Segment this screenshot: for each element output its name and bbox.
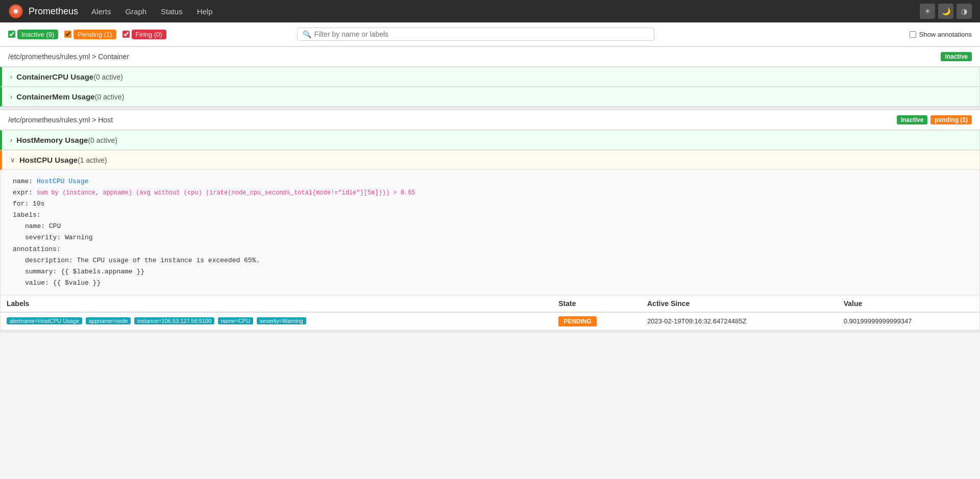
detail-annotations-key: annotations: — [13, 245, 61, 253]
brand: Prometheus — [8, 4, 78, 19]
host-cpu-title: HostCPU Usage — [19, 156, 78, 164]
container-mem-rule[interactable]: › ContainerMem Usage (0 active) — [0, 87, 980, 107]
theme-dark-btn[interactable]: 🌙 — [938, 4, 953, 19]
detail-label-name: name: CPU — [25, 222, 61, 230]
container-cpu-count: (0 active) — [93, 73, 123, 81]
pending-filter[interactable]: Pending (1) — [64, 30, 116, 39]
container-cpu-chevron: › — [10, 73, 12, 81]
search-input[interactable] — [314, 30, 649, 38]
filter-bar: Inactive (9) Pending (1) Firing (0) 🔍 Sh… — [0, 22, 980, 46]
container-group-path: /etc/prometheus/rules.yml > Container — [8, 53, 129, 61]
row-labels-cell: alertname=HostCPU Usage appname=node ins… — [1, 312, 553, 330]
alert-table-header-row: Labels State Active Since Value — [1, 295, 980, 312]
col-state: State — [552, 295, 641, 312]
detail-label-name-row: name: CPU — [13, 221, 967, 232]
inactive-filter[interactable]: Inactive (9) — [8, 30, 58, 39]
host-cpu-chevron: ∨ — [10, 156, 15, 164]
host-status-pending: pending (1) — [930, 115, 972, 124]
detail-annotation-value-row: value: {{ $value }} — [13, 278, 967, 289]
navbar: Prometheus Alerts Graph Status Help ☀ 🌙 … — [0, 0, 980, 22]
table-row: alertname=HostCPU Usage appname=node ins… — [1, 312, 980, 330]
host-cpu-count: (1 active) — [78, 156, 107, 164]
show-annotations-label: Show annotations — [919, 31, 972, 38]
host-status-inactive: inactive — [897, 115, 928, 124]
svg-point-1 — [14, 9, 18, 13]
detail-annotation-summary: summary: {{ $labels.appname }} — [25, 268, 144, 275]
nav-graph[interactable]: Graph — [120, 7, 152, 16]
search-wrap: 🔍 — [297, 28, 654, 41]
container-mem-chevron: › — [10, 93, 12, 100]
nav-alerts[interactable]: Alerts — [86, 7, 116, 16]
inactive-badge: Inactive (9) — [17, 30, 58, 39]
host-memory-title: HostMemory Usage — [16, 136, 88, 144]
detail-for-value: 10s — [33, 200, 44, 208]
state-badge: PENDING — [558, 316, 597, 326]
container-cpu-rule[interactable]: › ContainerCPU Usage (0 active) — [0, 67, 980, 87]
detail-name-key: name: — [13, 178, 37, 185]
firing-checkbox[interactable] — [122, 31, 130, 38]
nav-help[interactable]: Help — [192, 7, 218, 16]
detail-label-severity: severity: Warning — [25, 234, 93, 241]
container-group-statuses: inactive — [941, 52, 972, 61]
firing-badge: Firing (0) — [132, 30, 166, 39]
main-content: /etc/prometheus/rules.yml > Container in… — [0, 46, 980, 333]
detail-name-row: name: HostCPU Usage — [13, 176, 967, 187]
detail-name-value: HostCPU Usage — [37, 178, 88, 185]
container-mem-title: ContainerMem Usage — [16, 92, 94, 101]
show-annotations-checkbox[interactable] — [910, 31, 916, 38]
inactive-checkbox[interactable] — [8, 31, 15, 38]
label-name: name=CPU — [218, 317, 253, 324]
firing-filter[interactable]: Firing (0) — [122, 30, 166, 39]
detail-expr-row: expr: sum by (instance, appname) (avg wi… — [13, 187, 967, 198]
label-alertname: alertname=HostCPU Usage — [7, 317, 82, 324]
divider-2 — [0, 330, 980, 333]
detail-for-key: for: — [13, 200, 33, 208]
host-memory-rule[interactable]: › HostMemory Usage (0 active) — [0, 130, 980, 150]
host-cpu-detail: name: HostCPU Usage expr: sum by (instan… — [0, 170, 980, 295]
container-mem-count: (0 active) — [95, 93, 125, 101]
container-status-inactive: inactive — [941, 52, 972, 61]
theme-controls: ☀ 🌙 ◑ — [920, 4, 972, 19]
detail-annotation-description-row: description: The CPU usage of the instan… — [13, 255, 967, 266]
row-active-since-cell: 2023-02-19T09:16:32.64724485Z — [641, 312, 838, 330]
host-group-path: /etc/prometheus/rules.yml > Host — [8, 116, 113, 124]
row-value-cell: 0.90199999999999347 — [838, 312, 980, 330]
detail-annotation-value: value: {{ $value }} — [25, 279, 101, 287]
detail-expr-value: sum by (instance, appname) (avg without … — [37, 189, 415, 196]
theme-light-btn[interactable]: ☀ — [920, 4, 935, 19]
detail-annotation-description: description: The CPU usage of the instan… — [25, 257, 260, 264]
pending-checkbox[interactable] — [64, 31, 71, 38]
col-value: Value — [838, 295, 980, 312]
detail-expr-key: expr: — [13, 189, 37, 196]
brand-name: Prometheus — [29, 6, 78, 17]
alert-table: Labels State Active Since Value alertnam… — [0, 295, 980, 330]
label-severity: severity=Warning — [257, 317, 306, 324]
pending-badge: Pending (1) — [74, 30, 116, 39]
theme-auto-btn[interactable]: ◑ — [957, 4, 972, 19]
detail-labels-row: labels: — [13, 210, 967, 221]
row-state-cell: PENDING — [552, 312, 641, 330]
detail-label-severity-row: severity: Warning — [13, 232, 967, 243]
detail-for-row: for: 10s — [13, 198, 967, 210]
host-cpu-rule[interactable]: ∨ HostCPU Usage (1 active) — [0, 150, 980, 170]
host-group-header: /etc/prometheus/rules.yml > Host inactiv… — [0, 110, 980, 130]
alert-table-body: alertname=HostCPU Usage appname=node ins… — [1, 312, 980, 330]
container-group-header: /etc/prometheus/rules.yml > Container in… — [0, 46, 980, 67]
container-cpu-title: ContainerCPU Usage — [16, 72, 93, 81]
alert-table-head: Labels State Active Since Value — [1, 295, 980, 312]
nav-status[interactable]: Status — [156, 7, 188, 16]
label-instance: instance=106.53.127.56:9100 — [134, 317, 214, 324]
detail-annotations-row: annotations: — [13, 244, 967, 255]
detail-labels-key: labels: — [13, 211, 41, 219]
col-labels: Labels — [1, 295, 553, 312]
show-annotations-wrap: Show annotations — [910, 31, 972, 38]
prometheus-logo — [8, 4, 23, 19]
detail-annotation-summary-row: summary: {{ $labels.appname }} — [13, 266, 967, 278]
host-memory-count: (0 active) — [88, 136, 117, 144]
search-icon: 🔍 — [303, 30, 311, 38]
label-appname: appname=node — [86, 317, 131, 324]
host-memory-chevron: › — [10, 136, 12, 144]
col-active-since: Active Since — [641, 295, 838, 312]
host-group-statuses: inactive pending (1) — [897, 115, 972, 124]
